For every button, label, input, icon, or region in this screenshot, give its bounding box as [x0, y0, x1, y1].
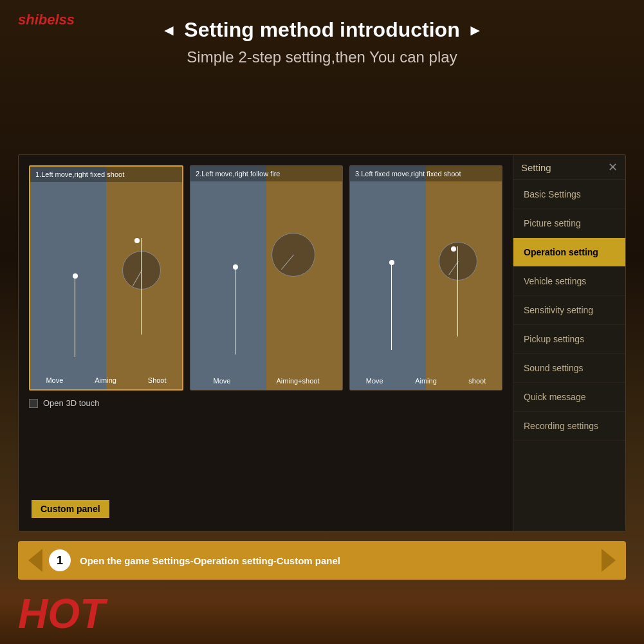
mode-3-body	[350, 166, 502, 390]
mode-card-3[interactable]: 3.Left fixed move,right fixed shoot Move	[349, 165, 502, 391]
mode-card-2[interactable]: 2.Left move,right follow fire Move Aimin…	[190, 165, 343, 391]
shoot-dot	[134, 238, 140, 243]
header-section: ◄ Setting method introduction ► Simple 2…	[0, 0, 644, 66]
touch-label: Open 3D touch	[43, 398, 99, 408]
sidebar-title: Setting	[521, 162, 551, 173]
watermark: shibelss	[18, 12, 75, 28]
modes-container: 1.Left move,right fixed shoot	[29, 165, 502, 391]
move-dot-line-2	[235, 264, 235, 354]
sidebar-item-quick[interactable]: Quick message	[513, 383, 625, 412]
game-panel: 1.Left move,right fixed shoot	[18, 154, 626, 531]
mode-1-label-shoot: Shoot	[148, 376, 167, 384]
mode-2-label-move: Move	[214, 377, 231, 385]
arrow-left-decoration	[28, 549, 42, 572]
aim-circle-2	[271, 233, 315, 277]
title-row: ◄ Setting method introduction ►	[0, 18, 644, 42]
mode-1-left	[30, 167, 106, 389]
close-button[interactable]: ✕	[608, 160, 618, 174]
mode-2-label-aiming-shoot: Aiming+shoot	[277, 377, 320, 385]
mode-2-title: 2.Left move,right follow fire	[190, 166, 342, 181]
main-container: shibelss ◄ Setting method introduction ►…	[0, 0, 644, 644]
shoot-dot-line-3	[457, 246, 458, 336]
mode-3-labels: Move Aiming shoot	[350, 377, 502, 385]
sidebar-item-picture[interactable]: Picture setting	[513, 209, 625, 238]
mode-3-title: 3.Left fixed move,right fixed shoot	[350, 166, 502, 181]
sidebar-item-basic[interactable]: Basic Settings	[513, 180, 625, 209]
page-title: Setting method introduction	[184, 18, 459, 42]
mode-1-title: 1.Left move,right fixed shoot	[30, 167, 182, 182]
touch-checkbox[interactable]	[29, 399, 38, 408]
move-dot-line	[75, 273, 75, 357]
instruction-bar: 1 Open the game Settings-Operation setti…	[18, 541, 626, 580]
mode-2-right	[266, 166, 342, 390]
mode-2-labels: Move Aiming+shoot	[190, 377, 342, 385]
mode-2-body	[190, 166, 342, 390]
settings-sidebar: Setting ✕ Basic Settings Picture setting…	[513, 155, 625, 531]
shoot-dot-line	[141, 238, 142, 335]
mode-3-left	[350, 166, 426, 390]
subtitle: Simple 2-step setting,then You can play	[0, 48, 644, 66]
prev-arrow[interactable]: ◄	[161, 21, 177, 39]
custom-panel-button[interactable]: Custom panel	[32, 500, 109, 518]
move-dot-line-3	[391, 260, 392, 350]
game-content: 1.Left move,right fixed shoot	[19, 155, 513, 531]
sidebar-item-sensitivity[interactable]: Sensitivity setting	[513, 296, 625, 325]
sidebar-item-vehicle[interactable]: Vehicle settings	[513, 267, 625, 296]
arrow-right-decoration	[602, 549, 616, 572]
mode-1-label-move: Move	[46, 376, 63, 384]
step-number: 1	[49, 549, 71, 571]
sidebar-item-pickup[interactable]: Pickup settings	[513, 325, 625, 354]
instruction-text: Open the game Settings-Operation setting…	[80, 555, 340, 566]
mode-3-label-shoot: shoot	[468, 377, 486, 385]
mode-card-1[interactable]: 1.Left move,right fixed shoot	[29, 165, 183, 391]
mode-1-labels: Move Aiming Shoot	[30, 376, 182, 384]
mode-2-left	[190, 166, 266, 390]
mode-1-label-aiming: Aiming	[95, 376, 116, 384]
next-arrow[interactable]: ►	[468, 21, 483, 39]
sidebar-item-operation[interactable]: Operation setting	[513, 238, 625, 267]
sidebar-item-recording[interactable]: Recording settings	[513, 412, 625, 441]
mode-3-label-move: Move	[366, 377, 383, 385]
mode-1-body	[30, 167, 182, 389]
touch-row: Open 3D touch	[29, 398, 502, 408]
hot-label: HOT	[18, 590, 105, 638]
mode-3-label-aiming: Aiming	[415, 377, 437, 385]
sidebar-item-sound[interactable]: Sound settings	[513, 354, 625, 383]
sidebar-header: Setting ✕	[513, 155, 625, 180]
